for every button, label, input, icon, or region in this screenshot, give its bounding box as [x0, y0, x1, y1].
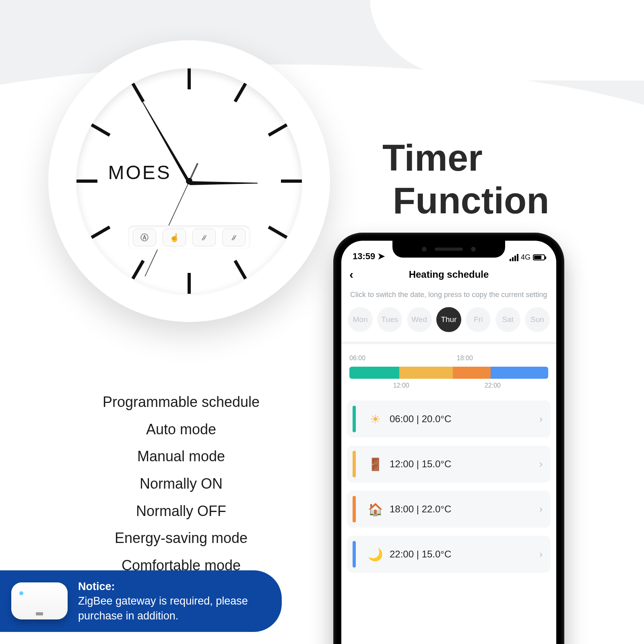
hint-text: Click to switch the date, long press to …	[341, 286, 556, 307]
schedule-row[interactable]: 🏠 18:00 | 22.0°C ›	[347, 491, 551, 528]
day-sat[interactable]: Sat	[495, 307, 520, 332]
feature-item: Auto mode	[80, 416, 282, 443]
screen-title: Heating schedule	[409, 269, 489, 280]
back-button[interactable]: ‹	[349, 268, 353, 281]
feature-item: Normally ON	[80, 470, 282, 497]
app-header: ‹ Heating schedule	[341, 263, 556, 286]
notice-body: ZigBee gateway is required, please purch…	[78, 595, 248, 621]
timeline-seg-3	[453, 367, 491, 379]
row-text: 22:00 | 15.0°C	[390, 549, 451, 560]
clock-tick	[281, 180, 302, 183]
signal-icon	[510, 254, 518, 261]
timeline-seg-2	[399, 367, 453, 379]
clock-manual-icon: ☝	[163, 229, 186, 246]
chevron-right-icon: ›	[539, 413, 543, 425]
clock-tick	[234, 83, 247, 103]
clock-brand: MOES	[108, 161, 171, 183]
sun-icon: ☀	[366, 412, 384, 426]
clock-tick	[76, 180, 97, 183]
battery-icon	[533, 254, 545, 260]
timeline-bar[interactable]	[349, 367, 548, 379]
title-line-2: Function	[382, 180, 549, 222]
moon-icon: 🌙	[366, 547, 384, 561]
phone-notch	[392, 241, 505, 258]
day-fri[interactable]: Fri	[466, 307, 491, 332]
chevron-right-icon: ›	[539, 549, 543, 560]
status-right: 4G	[510, 253, 545, 262]
home-icon: 🏠	[366, 502, 384, 516]
day-sun[interactable]: Sun	[525, 307, 550, 332]
day-mon[interactable]: Mon	[348, 307, 373, 332]
row-accent	[353, 541, 356, 568]
phone-screen: 13:59 ➤ 4G ‹ Heating schedule Click to s…	[341, 241, 556, 644]
gateway-device-icon	[11, 582, 68, 619]
schedule-row[interactable]: ☀ 06:00 | 20.0°C ›	[347, 400, 551, 438]
clock-tick	[188, 68, 191, 89]
chevron-right-icon: ›	[539, 504, 543, 515]
clock-face: MOES Ⓐ ☝ ⫽ ⫽	[76, 68, 302, 294]
clock-tick	[234, 260, 247, 279]
day-thu[interactable]: Thur	[436, 307, 461, 332]
timeline-labels-top: 06:00 18:00	[349, 355, 548, 363]
clock-auto-icon: Ⓐ	[133, 229, 156, 246]
notice-heading: Notice:	[78, 579, 266, 594]
timeline-seg-1	[349, 367, 399, 379]
clock-tick	[132, 260, 145, 279]
clock-mode-buttons: Ⓐ ☝ ⫽ ⫽	[128, 225, 250, 250]
clock-tick	[188, 273, 191, 294]
day-selector: Mon Tues Wed Thur Fri Sat Sun	[341, 307, 556, 342]
chevron-right-icon: ›	[539, 458, 543, 470]
row-accent	[353, 406, 356, 432]
row-text: 12:00 | 15.0°C	[390, 458, 451, 470]
row-accent	[353, 496, 356, 522]
notice-text: Notice: ZigBee gateway is required, plea…	[78, 579, 266, 623]
day-tue[interactable]: Tues	[377, 307, 402, 332]
row-accent	[353, 451, 356, 477]
clock-tick	[268, 124, 287, 137]
clock-tick	[268, 226, 287, 239]
schedule-row[interactable]: 🚪 12:00 | 15.0°C ›	[347, 446, 551, 483]
clock-tick	[91, 226, 111, 239]
row-text: 06:00 | 20.0°C	[390, 413, 451, 425]
location-icon: ➤	[378, 251, 385, 261]
schedule-rows: ☀ 06:00 | 20.0°C › 🚪 12:00 | 15.0°C › 🏠 …	[341, 396, 556, 581]
schedule-row[interactable]: 🌙 22:00 | 15.0°C ›	[347, 536, 551, 573]
clock-tick	[132, 83, 145, 103]
feature-item: Programmable schedule	[80, 388, 282, 416]
clock: MOES Ⓐ ☝ ⫽ ⫽	[48, 40, 330, 322]
clock-hour-hand	[189, 181, 258, 185]
feature-list: Programmable schedule Auto mode Manual m…	[80, 388, 282, 579]
phone-mockup: 13:59 ➤ 4G ‹ Heating schedule Click to s…	[334, 233, 564, 644]
day-wed[interactable]: Wed	[407, 307, 432, 332]
timeline-seg-4	[491, 367, 548, 379]
feature-item: Manual mode	[80, 443, 282, 470]
page-title: Timer Function	[382, 137, 549, 222]
clock-off-icon: ⫽	[222, 229, 246, 246]
clock-center-dot	[186, 178, 192, 184]
timeline: 06:00 18:00 12:00 22:00	[341, 344, 556, 396]
clock-tick	[91, 124, 111, 137]
clock-on-icon: ⫽	[192, 229, 216, 246]
title-line-1: Timer	[382, 137, 549, 180]
feature-item: Normally OFF	[80, 497, 282, 525]
row-text: 18:00 | 22.0°C	[390, 504, 451, 515]
feature-item: Energy-saving mode	[80, 524, 282, 552]
notice-banner: Notice: ZigBee gateway is required, plea…	[0, 570, 282, 632]
timeline-labels-bottom: 12:00 22:00	[349, 382, 548, 391]
network-label: 4G	[521, 253, 530, 262]
door-icon: 🚪	[366, 457, 384, 471]
status-time: 13:59 ➤	[353, 251, 385, 262]
